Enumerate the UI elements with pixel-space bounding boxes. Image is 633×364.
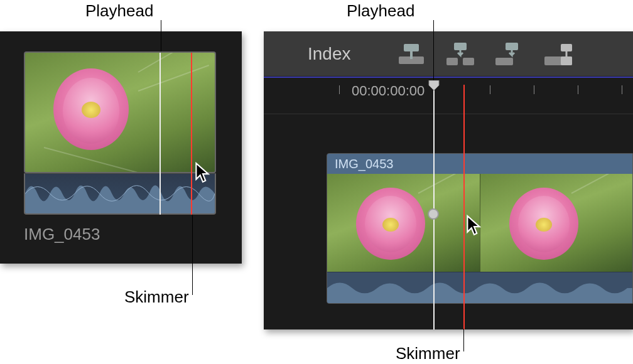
- svg-rect-4: [446, 58, 458, 65]
- svg-rect-3: [454, 43, 467, 50]
- timeline-clip[interactable]: IMG_0453: [327, 153, 633, 304]
- browser-panel: IMG_0453: [0, 31, 242, 264]
- connect-button[interactable]: [395, 41, 428, 67]
- browser-playhead[interactable]: [160, 53, 161, 215]
- svg-rect-6: [506, 43, 518, 50]
- callout-playhead-left: Playhead: [85, 1, 153, 21]
- overwrite-button[interactable]: [542, 41, 575, 67]
- timeline-ruler[interactable]: 00:00:00:00: [264, 77, 633, 114]
- playhead-knob-icon: [428, 208, 439, 220]
- toolbar-edit-buttons: [395, 41, 575, 67]
- index-button[interactable]: Index: [308, 44, 351, 64]
- callout-line: [433, 20, 434, 80]
- timeline-clip-waveform: [327, 272, 632, 303]
- timeline-toolbar: Index: [264, 31, 633, 77]
- append-button[interactable]: [493, 41, 526, 67]
- timeline-skimmer[interactable]: [463, 85, 465, 329]
- timeline-clip-title: IMG_0453: [327, 154, 632, 174]
- callout-skimmer-right: Skimmer: [396, 344, 460, 363]
- timeline-clip-thumbnails: [327, 174, 632, 273]
- callout-line: [161, 20, 161, 51]
- svg-rect-9: [561, 56, 572, 65]
- browser-clip-thumbnail[interactable]: [24, 51, 216, 173]
- ruler-timecode: 00:00:00:00: [352, 83, 425, 99]
- timeline-thumbnail: [480, 174, 633, 273]
- callout-playhead-right: Playhead: [347, 1, 414, 21]
- svg-rect-5: [463, 58, 474, 65]
- insert-button[interactable]: [444, 41, 477, 67]
- callout-line: [463, 329, 464, 351]
- timeline-playhead[interactable]: [433, 80, 435, 329]
- timeline-body[interactable]: IMG_0453: [264, 114, 633, 329]
- svg-rect-7: [495, 58, 513, 65]
- browser-clip-name: IMG_0453: [24, 225, 100, 244]
- browser-skimmer[interactable]: [191, 53, 192, 215]
- svg-rect-10: [561, 44, 572, 51]
- svg-rect-2: [410, 44, 413, 59]
- browser-clip-waveform: [24, 173, 216, 215]
- callout-line: [192, 215, 193, 295]
- playhead-head-icon: [428, 80, 440, 90]
- timeline-panel: Index 00:00:00:00 IMG_0453: [264, 31, 633, 329]
- timeline-thumbnail: [327, 174, 480, 273]
- callout-skimmer-left: Skimmer: [124, 287, 189, 307]
- browser-clip[interactable]: [24, 51, 216, 215]
